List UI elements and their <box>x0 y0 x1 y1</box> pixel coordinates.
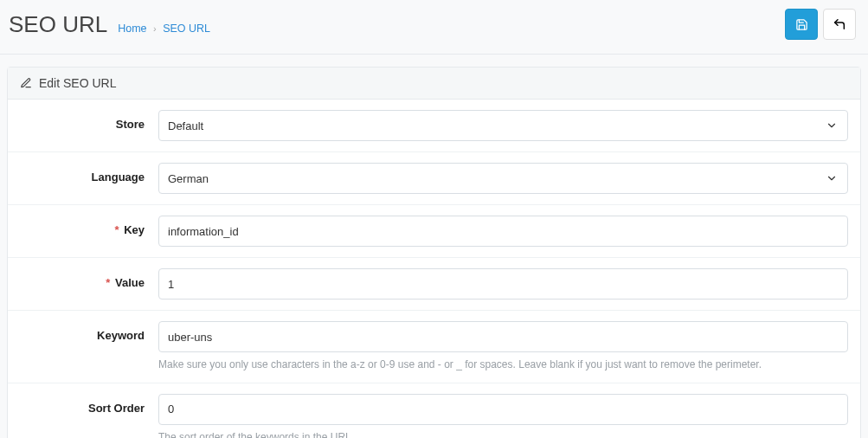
label-key: * Key <box>20 216 158 236</box>
store-select[interactable]: Default <box>158 110 848 141</box>
label-value-text: Value <box>115 276 145 289</box>
row-language: Language German <box>8 152 860 205</box>
sort-order-help: The sort order of the keywords in the UR… <box>158 430 848 438</box>
field-language: German <box>158 163 848 194</box>
value-input[interactable] <box>158 268 848 300</box>
breadcrumb-home-link[interactable]: Home <box>118 23 146 35</box>
label-keyword: Keyword <box>20 321 158 342</box>
save-button[interactable] <box>785 9 818 40</box>
breadcrumb: Home › SEO URL <box>118 23 210 35</box>
page-title: SEO URL <box>9 11 107 38</box>
keyword-input[interactable] <box>158 321 848 352</box>
key-input[interactable] <box>158 216 848 247</box>
keyword-help: Make sure you only use characters in the… <box>158 357 848 372</box>
header-actions <box>785 9 856 40</box>
sort-order-input[interactable] <box>158 394 848 425</box>
label-language: Language <box>20 163 158 184</box>
field-key <box>158 216 848 247</box>
store-select-wrap: Default <box>158 110 848 141</box>
edit-panel: Edit SEO URL Store Default Language Germ… <box>7 67 861 438</box>
row-store: Store Default <box>8 100 860 152</box>
language-select[interactable]: German <box>158 163 848 194</box>
row-key: * Key <box>8 205 860 258</box>
field-value <box>158 268 848 300</box>
label-key-text: Key <box>124 223 145 236</box>
field-store: Default <box>158 110 848 141</box>
page-header: SEO URL Home › SEO URL <box>0 0 868 55</box>
breadcrumb-separator: › <box>153 23 157 34</box>
back-arrow-icon <box>833 17 846 31</box>
row-sort-order: Sort Order The sort order of the keyword… <box>8 383 860 438</box>
breadcrumb-current-link[interactable]: SEO URL <box>163 23 210 35</box>
field-keyword: Make sure you only use characters in the… <box>158 321 848 372</box>
save-icon <box>795 18 808 31</box>
label-store: Store <box>20 110 158 131</box>
language-select-wrap: German <box>158 163 848 194</box>
label-value: * Value <box>20 268 158 289</box>
back-button[interactable] <box>823 9 856 40</box>
panel-header: Edit SEO URL <box>8 68 860 100</box>
field-sort-order: The sort order of the keywords in the UR… <box>158 394 848 438</box>
panel-title: Edit SEO URL <box>39 76 116 90</box>
row-value: * Value <box>8 258 860 311</box>
label-sort-order: Sort Order <box>20 394 158 415</box>
header-left: SEO URL Home › SEO URL <box>9 11 210 38</box>
pencil-icon <box>20 77 32 89</box>
row-keyword: Keyword Make sure you only use character… <box>8 311 860 383</box>
